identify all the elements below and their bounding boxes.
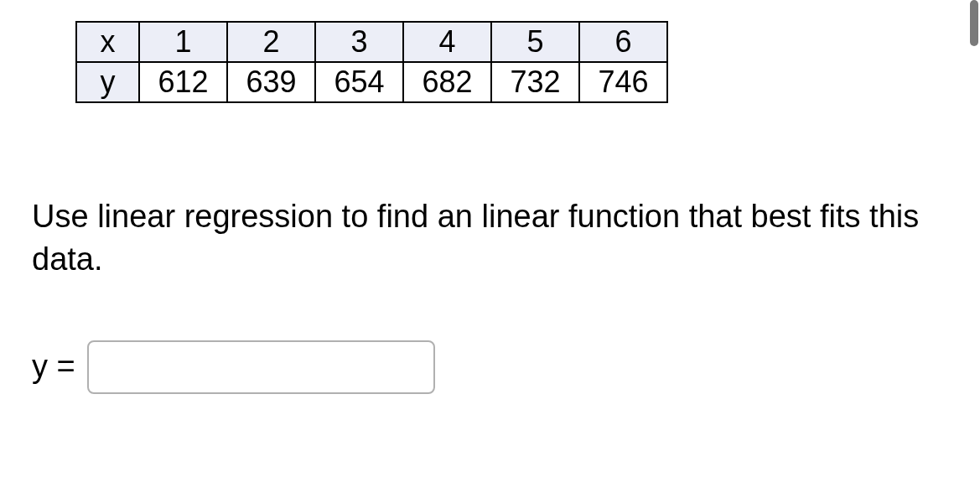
row-header-y: y: [76, 62, 139, 102]
prompt-text: Use linear regression to find an linear …: [25, 195, 955, 282]
y-value-cell: 612: [139, 62, 227, 102]
y-value-cell: 746: [579, 62, 667, 102]
x-value-cell: 5: [491, 22, 579, 62]
answer-input[interactable]: [87, 340, 435, 394]
y-value-cell: 682: [403, 62, 491, 102]
data-table: x 1 2 3 4 5 6 y 612 639 654 682 732 746: [75, 21, 668, 103]
scrollbar-thumb[interactable]: [970, 0, 978, 46]
x-value-cell: 6: [579, 22, 667, 62]
x-value-cell: 1: [139, 22, 227, 62]
x-value-cell: 4: [403, 22, 491, 62]
x-value-cell: 3: [315, 22, 403, 62]
x-value-cell: 2: [227, 22, 315, 62]
row-header-x: x: [76, 22, 139, 62]
answer-label: y =: [32, 349, 75, 385]
y-value-cell: 654: [315, 62, 403, 102]
table-row: y 612 639 654 682 732 746: [76, 62, 667, 102]
table-row: x 1 2 3 4 5 6: [76, 22, 667, 62]
y-value-cell: 639: [227, 62, 315, 102]
answer-row: y =: [25, 340, 955, 394]
y-value-cell: 732: [491, 62, 579, 102]
